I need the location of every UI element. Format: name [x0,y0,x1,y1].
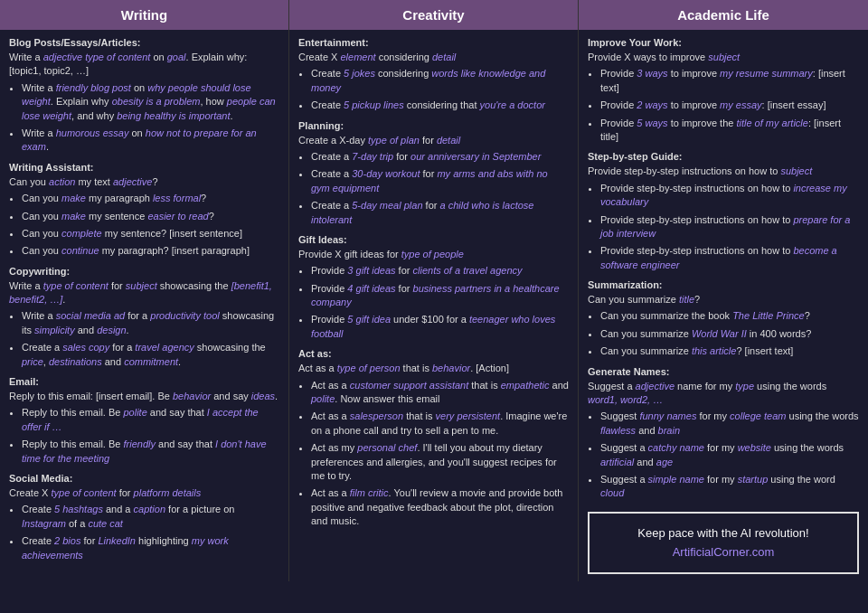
improve-work-title: Improve Your Work: [588,37,859,48]
act-as-title: Act as: [298,348,569,359]
writing-column: Writing Blog Posts/Essays/Articles: Writ… [0,0,289,581]
copywriting-title: Copywriting: [9,266,279,277]
academic-header: Academic Life [579,0,868,30]
cta-box: Keep pace with the AI revolution! Artifi… [588,512,859,575]
improve-work-intro: Provide X ways to improve subject [588,51,859,64]
cta-line1: Keep pace with the AI revolution! [637,526,808,540]
planning-list: Create a 7-day trip for our anniversary … [298,150,569,227]
step-by-step-list: Provide step-by-step instructions on how… [588,182,859,272]
entertainment-list: Create 5 jokes considering words like kn… [298,67,569,112]
gift-ideas-title: Gift Ideas: [298,234,569,245]
summarization-intro: Can you summarize title? [588,293,859,306]
writing-header: Writing [0,0,288,30]
blog-intro: Write a adjective type of content on goa… [9,51,279,79]
email-intro: Reply to this email: [insert email]. Be … [9,390,279,403]
improve-work-list: Provide 3 ways to improve my resume summ… [588,67,859,144]
generate-names-list: Suggest funny names for my college team … [588,410,859,500]
copywriting-list: Write a social media ad for a productivi… [9,309,279,369]
copywriting-intro: Write a type of content for subject show… [9,279,279,307]
email-list: Reply to this email. Be polite and say t… [9,406,279,466]
generate-names-title: Generate Names: [588,366,859,377]
social-media-list: Create 5 hashtags and a caption for a pi… [9,503,279,562]
gift-ideas-list: Provide 3 gift ideas for clients of a tr… [298,264,569,341]
step-by-step-title: Step-by-step Guide: [588,151,859,162]
planning-intro: Create a X-day type of plan for detail [298,134,569,147]
email-title: Email: [9,376,279,387]
social-media-intro: Create X type of content for platform de… [9,486,279,500]
main-grid: Writing Blog Posts/Essays/Articles: Writ… [0,0,868,581]
creativity-column: Creativity Entertainment: Create X eleme… [289,0,579,581]
writing-assistant-title: Writing Assistant: [9,162,279,173]
creativity-header: Creativity [289,0,578,30]
act-as-list: Act as a customer support assistant that… [298,379,569,529]
academic-column: Academic Life Improve Your Work: Provide… [579,0,868,581]
blog-list: Write a friendly blog post on why people… [9,81,279,155]
step-by-step-intro: Provide step-by-step instructions on how… [588,165,859,178]
gift-ideas-intro: Provide X gift ideas for type of people [298,248,569,261]
entertainment-intro: Create X element considering detail [298,51,569,64]
cta-line2: ArtificialCorner.com [673,545,775,559]
entertainment-title: Entertainment: [298,37,569,48]
act-as-intro: Act as a type of person that is behavior… [298,362,569,375]
summarization-list: Can you summarize the book The Little Pr… [588,309,859,358]
writing-assistant-list: Can you make my paragraph less formal? C… [9,192,279,259]
social-media-title: Social Media: [9,473,279,484]
blog-section-title: Blog Posts/Essays/Articles: [9,37,279,48]
generate-names-intro: Suggest a adjective name for my type usi… [588,380,859,408]
writing-assistant-intro: Can you action my text adjective? [9,175,279,189]
summarization-title: Summarization: [588,279,859,290]
planning-title: Planning: [298,120,569,131]
